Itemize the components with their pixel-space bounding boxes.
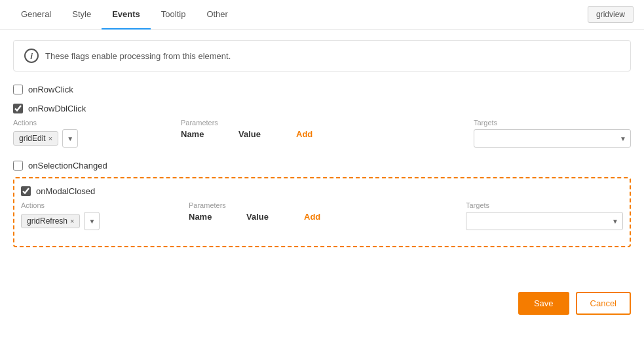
event-row-onrowdblclick: onRowDblClick Actions gridEdit × ▼ Param…: [13, 101, 631, 148]
onmodalclosed-checkbox[interactable]: [21, 186, 31, 196]
onmodalclosed-targets-col: Targets ▼: [466, 201, 623, 230]
onmodalclosed-targets-dropdown[interactable]: ▼: [466, 212, 623, 230]
onrowdblclick-targets-col: Targets ▼: [474, 119, 631, 148]
highlighted-section-onmodalclosed: onModalClosed Actions gridRefresh × ▼: [13, 177, 631, 247]
onrowdblclick-params-label: Parameters: [181, 119, 463, 127]
onmodalclosed-action-tag-row: gridRefresh × ▼: [21, 212, 178, 230]
onmodalclosed-params-row: Name Value Add: [189, 212, 455, 222]
onselectionchanged-checkbox[interactable]: [13, 161, 23, 171]
onrowdblclick-action-section: Actions gridEdit × ▼ Parameters Name Val…: [13, 119, 631, 148]
onrowdblclick-tag-close[interactable]: ×: [48, 135, 52, 142]
onrowdblclick-params-col: Parameters Name Value Add: [181, 119, 463, 139]
onrowdblclick-action-tag-row: gridEdit × ▼: [13, 129, 170, 148]
main-container: General Style Events Tooltip Other gridv…: [0, 0, 644, 325]
onmodalclosed-targets-arrow-icon: ▼: [612, 218, 618, 225]
event-row-onmodalclosed: onModalClosed Actions gridRefresh × ▼: [21, 184, 623, 230]
footer: Save Cancel: [0, 281, 644, 325]
onrowclick-checkbox-row: onRowClick: [13, 82, 631, 97]
onmodalclosed-tag-close[interactable]: ×: [70, 218, 74, 225]
event-row-onselectionchanged: onSelectionChanged: [13, 158, 631, 173]
onrowclick-label: onRowClick: [28, 85, 73, 94]
onmodalclosed-param-value: Value: [246, 212, 299, 222]
onmodalclosed-label: onModalClosed: [36, 186, 95, 196]
onmodalclosed-actions-label: Actions: [21, 201, 178, 209]
content-area: i These flags enable processing from thi…: [0, 30, 644, 268]
onrowdblclick-actions-dropdown[interactable]: ▼: [62, 129, 78, 148]
onrowdblclick-params-row: Name Value Add: [181, 129, 463, 139]
onrowdblclick-label: onRowDblClick: [28, 104, 86, 113]
tab-general[interactable]: General: [10, 0, 62, 30]
onmodalclosed-targets-label: Targets: [466, 201, 623, 209]
onmodalclosed-param-name: Name: [189, 212, 241, 222]
onrowdblclick-param-value: Value: [238, 129, 291, 139]
tabs-bar: General Style Events Tooltip Other gridv…: [0, 0, 644, 30]
onrowdblclick-tag-label: gridEdit: [19, 134, 46, 143]
onrowdblclick-action-tag: gridEdit ×: [13, 131, 58, 146]
onrowdblclick-param-name: Name: [181, 129, 233, 139]
onrowdblclick-add-button[interactable]: Add: [296, 129, 313, 139]
onmodalclosed-add-button[interactable]: Add: [304, 212, 320, 222]
onrowdblclick-targets-dropdown[interactable]: ▼: [474, 129, 631, 148]
onrowdblclick-actions-col: Actions gridEdit × ▼: [13, 119, 170, 148]
tab-other[interactable]: Other: [196, 0, 238, 30]
info-icon: i: [24, 49, 39, 63]
tab-tooltip[interactable]: Tooltip: [151, 0, 197, 30]
onmodalclosed-actions-col: Actions gridRefresh × ▼: [21, 201, 178, 230]
onrowdblclick-checkbox[interactable]: [13, 104, 23, 113]
onrowclick-checkbox[interactable]: [13, 85, 23, 94]
save-button[interactable]: Save: [518, 292, 569, 315]
onmodalclosed-params-label: Parameters: [189, 201, 455, 209]
onrowdblclick-actions-label: Actions: [13, 119, 170, 127]
tab-events[interactable]: Events: [102, 0, 151, 30]
onrowdblclick-targets-label: Targets: [474, 119, 631, 127]
cancel-button[interactable]: Cancel: [576, 292, 631, 315]
info-banner: i These flags enable processing from thi…: [13, 40, 631, 71]
onmodalclosed-checkbox-row: onModalClosed: [21, 184, 623, 199]
onselectionchanged-checkbox-row: onSelectionChanged: [13, 158, 631, 173]
info-text: These flags enable processing from this …: [45, 51, 231, 61]
onrowdblclick-targets-arrow-icon: ▼: [620, 135, 626, 142]
event-row-onrowclick: onRowClick: [13, 82, 631, 97]
onmodalclosed-action-tag: gridRefresh ×: [21, 214, 80, 228]
onmodalclosed-action-section: Actions gridRefresh × ▼ Parameters Na: [21, 201, 623, 230]
onselectionchanged-label: onSelectionChanged: [28, 161, 107, 171]
tab-style[interactable]: Style: [62, 0, 102, 30]
gridview-button[interactable]: gridview: [588, 6, 634, 23]
onmodalclosed-actions-dropdown[interactable]: ▼: [84, 212, 100, 230]
onmodalclosed-params-col: Parameters Name Value Add: [189, 201, 455, 222]
onrowdblclick-checkbox-row: onRowDblClick: [13, 101, 631, 116]
onmodalclosed-tag-label: gridRefresh: [27, 216, 67, 226]
